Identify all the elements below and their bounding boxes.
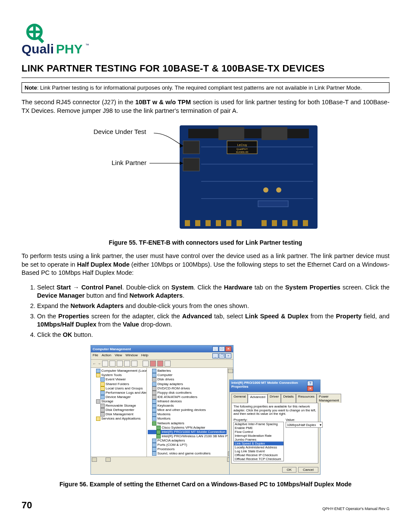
value-label: Value: (286, 418, 323, 422)
tab-resources[interactable]: Resources (296, 394, 317, 403)
prop-item[interactable]: Flow Control (234, 430, 283, 434)
paragraph-2: To perform tests using a link partner, t… (22, 252, 389, 277)
menu-file[interactable]: File (93, 353, 98, 358)
menu-view[interactable]: View (115, 353, 122, 358)
dlg-tabs: General Advanced Driver Details Resource… (230, 392, 320, 403)
tree-device-manager[interactable]: Device Manager (92, 395, 146, 399)
dev-ports[interactable]: Ports (COM & LPT) (148, 443, 227, 447)
computer-management-window: Computer Management _□× File Action View… (90, 345, 234, 475)
toolbar-btn-8[interactable] (157, 361, 163, 367)
dev-keyboards[interactable]: Keyboards (148, 404, 227, 408)
tab-advanced[interactable]: Advanced (248, 394, 268, 403)
heading-rule (22, 78, 389, 78)
close-icon[interactable]: × (225, 346, 231, 352)
prop-item[interactable]: Offload Transmit IP Checksum (234, 461, 283, 461)
dev-diskdrives[interactable]: Disk drives (148, 377, 227, 382)
dev-batteries[interactable]: Batteries (148, 369, 227, 373)
mdi-close-icon[interactable]: × (225, 353, 231, 358)
svg-rect-10 (237, 220, 242, 226)
nav-fwd-icon[interactable]: → (97, 362, 101, 366)
toolbar-btn-4[interactable] (124, 361, 130, 367)
prop-item[interactable]: Log Link State Event (234, 449, 283, 453)
svg-rect-13 (282, 220, 287, 226)
tree-storage[interactable]: Storage (92, 399, 146, 404)
dev-ide[interactable]: IDE ATA/ATAPI controllers (148, 395, 227, 399)
dev-sound[interactable]: Sound, video and game controllers (148, 451, 227, 456)
mdi-min-icon[interactable]: _ (212, 353, 218, 358)
help-icon[interactable]: ? (307, 381, 313, 386)
toolbar-btn-2[interactable] (109, 361, 115, 367)
menu-help[interactable]: Help (141, 353, 148, 358)
tab-driver[interactable]: Driver (268, 394, 281, 403)
tab-details[interactable]: Details (281, 394, 296, 403)
chevron-down-icon: ▾ (320, 423, 321, 427)
mdi-restore-icon[interactable]: ❐ (219, 353, 225, 358)
nav-back-icon[interactable]: ← (93, 362, 96, 366)
tab-general[interactable]: General (231, 394, 248, 403)
tree-removable[interactable]: Removable Storage (92, 404, 146, 408)
dev-monitors[interactable]: Monitors (148, 417, 227, 421)
dlg-close-icon[interactable]: × (307, 386, 313, 391)
svg-rect-12 (272, 220, 277, 226)
qualiphy-logo: Quali PHY ™ (22, 22, 389, 58)
dev-pcmcia[interactable]: PCMCIA adapters (148, 439, 227, 443)
property-listbox[interactable]: Adaptive Inter-Frame Spacing Enable PME … (234, 422, 284, 461)
dev-computer[interactable]: Computer (148, 373, 227, 377)
dev-intel-pro1000[interactable]: Intel(R) PRO/1000 MT Mobile Connection (148, 430, 227, 434)
prop-item[interactable]: Adaptive Inter-Frame Spacing (234, 422, 283, 426)
prop-item[interactable]: Offload Receive IP Checksum (234, 453, 283, 457)
figure-56-caption: Figure 56. Example of setting the Ethern… (22, 481, 389, 488)
dev-netadapters[interactable]: Network adapters (148, 421, 227, 426)
cancel-button[interactable]: Cancel (298, 467, 318, 473)
tree-perf-logs[interactable]: Performance Logs and Alerts (92, 391, 146, 395)
dev-dvd[interactable]: DVD/CD-ROM drives (148, 386, 227, 391)
prop-item-selected[interactable]: Link Speed & Duplex (234, 442, 283, 445)
value-dropdown[interactable]: 10Mbps/Half Duplex▾ (286, 422, 323, 428)
tree-shared-folders[interactable]: Shared Folders (92, 382, 146, 386)
cm-hscroll[interactable] (91, 457, 233, 462)
toolbar-btn-1[interactable] (102, 361, 108, 367)
note-box: Note: Link Partner testing is for inform… (22, 82, 389, 93)
toolbar-btn-5[interactable] (131, 361, 137, 367)
dev-modems[interactable]: Modems (148, 412, 227, 417)
prop-item[interactable]: Enable PME (234, 426, 283, 430)
prop-item[interactable]: Offload Receive TCP Checksum (234, 457, 283, 461)
svg-text:Quali: Quali (22, 42, 54, 56)
dev-infrared[interactable]: Infrared devices (148, 399, 227, 404)
maximize-icon[interactable]: □ (219, 346, 225, 352)
svg-rect-19 (183, 141, 199, 154)
step-4: Click the OK button. (37, 331, 389, 339)
svg-point-25 (263, 187, 268, 193)
tab-power[interactable]: Power Management (317, 394, 341, 403)
toolbar-btn-6[interactable] (143, 361, 149, 367)
prop-item[interactable]: Interrupt Moderation Rate (234, 434, 283, 438)
prop-item[interactable]: Jumbo Frames (234, 438, 283, 442)
dlg-titlebar: Intel(R) PRO/1000 MT Mobile Connection P… (230, 380, 320, 392)
tree-services[interactable]: Services and Applications (92, 417, 146, 421)
cm-titlebar: Computer Management _□× (91, 345, 233, 352)
dev-processors[interactable]: Processors (148, 447, 227, 451)
cm-body: Computer Management (Local) System Tools… (91, 368, 233, 457)
cm-title: Computer Management (93, 347, 131, 351)
dev-floppy[interactable]: Floppy disk controllers (148, 391, 227, 395)
menu-window[interactable]: Window (125, 353, 137, 358)
prop-item[interactable]: Locally Administered Address (234, 445, 283, 449)
dev-mice[interactable]: Mice and other pointing devices (148, 408, 227, 412)
toolbar-btn-7[interactable] (150, 361, 156, 367)
toolbar-btn-3[interactable] (117, 361, 123, 367)
menu-action[interactable]: Action (102, 353, 111, 358)
tree-diskmgmt[interactable]: Disk Management (92, 412, 146, 417)
minimize-icon[interactable]: _ (212, 346, 218, 352)
tree-system-tools[interactable]: System Tools (92, 373, 146, 377)
dev-display[interactable]: Display adapters (148, 382, 227, 386)
dev-intel-wireless[interactable]: Intel(R) PRO/Wireless LAN 2100 3B Mini P… (148, 434, 227, 439)
dev-cisco-vpn[interactable]: Cisco Systems VPN Adapter (148, 426, 227, 430)
tree-root[interactable]: Computer Management (Local) (92, 369, 146, 373)
tree-users-groups[interactable]: Local Users and Groups (92, 386, 146, 391)
tree-event-viewer[interactable]: Event Viewer (92, 377, 146, 382)
toolbar-btn-9[interactable] (165, 361, 171, 367)
page-heading: LINK PARTNER TESTING FOR 10BASE-T & 100B… (22, 63, 389, 74)
ok-button[interactable]: OK (282, 467, 297, 473)
tree-defrag[interactable]: Disk Defragmenter (92, 408, 146, 412)
svg-point-26 (276, 187, 281, 193)
